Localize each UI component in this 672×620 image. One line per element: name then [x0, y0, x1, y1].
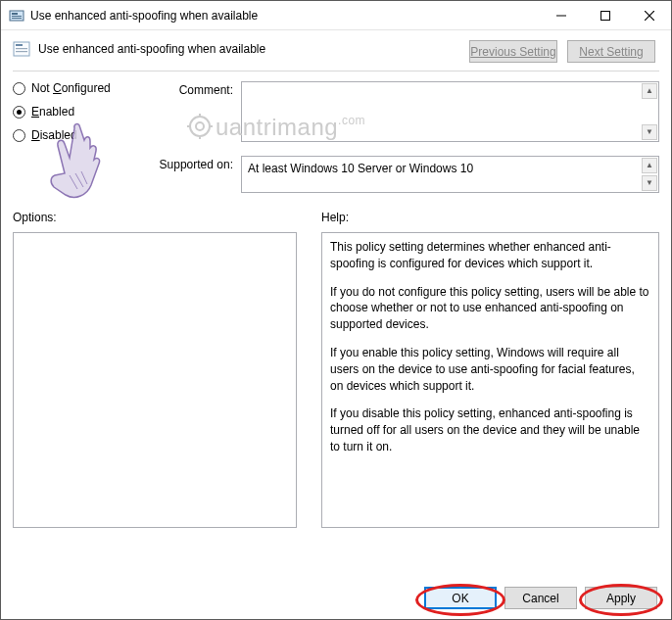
comment-label: Comment:: [155, 81, 233, 142]
app-icon: [9, 8, 24, 24]
svg-rect-5: [600, 11, 609, 20]
help-label: Help:: [321, 211, 659, 224]
help-box: This policy setting determines whether e…: [321, 232, 659, 528]
help-paragraph: If you do not configure this policy sett…: [330, 284, 650, 333]
ok-button[interactable]: OK: [424, 587, 497, 609]
radio-label: Not Configured: [31, 81, 111, 95]
radio-icon: [13, 106, 25, 119]
window-title: Use enhanced anti-spoofing when availabl…: [30, 9, 539, 23]
comment-textarea[interactable]: ▲ ▼: [241, 81, 659, 142]
help-paragraph: If you disable this policy setting, enha…: [330, 405, 650, 454]
svg-rect-1: [12, 13, 18, 15]
radio-icon: [13, 82, 25, 95]
maximize-button[interactable]: [583, 1, 627, 30]
cancel-button[interactable]: Cancel: [504, 587, 577, 609]
policy-icon: [13, 40, 30, 58]
radio-icon: [13, 129, 25, 142]
options-label: Options:: [13, 211, 297, 224]
radio-not-configured[interactable]: Not Configured: [13, 81, 145, 95]
dialog-buttons: OK Cancel Apply: [424, 587, 657, 609]
options-box: [13, 232, 297, 528]
help-paragraph: This policy setting determines whether e…: [330, 239, 650, 272]
svg-rect-3: [12, 18, 22, 19]
scroll-up-icon[interactable]: ▲: [642, 158, 657, 173]
scroll-down-icon[interactable]: ▼: [642, 175, 657, 191]
scroll-down-icon[interactable]: ▼: [642, 124, 657, 140]
svg-rect-11: [16, 51, 27, 52]
svg-rect-10: [16, 48, 27, 49]
apply-button[interactable]: Apply: [585, 587, 657, 609]
svg-rect-9: [16, 44, 23, 46]
close-button[interactable]: [627, 1, 671, 30]
policy-title: Use enhanced anti-spoofing when availabl…: [38, 42, 457, 56]
supported-textarea: At least Windows 10 Server or Windows 10…: [241, 156, 659, 193]
radio-label: Enabled: [31, 105, 74, 119]
radio-label: Disabled: [31, 128, 77, 142]
supported-label: Supported on:: [155, 156, 233, 193]
titlebar: Use enhanced anti-spoofing when availabl…: [1, 1, 671, 30]
radio-disabled[interactable]: Disabled: [13, 128, 145, 142]
divider: [13, 71, 659, 72]
help-paragraph: If you enable this policy setting, Windo…: [330, 345, 650, 394]
next-setting-button[interactable]: Next Setting: [567, 40, 655, 63]
svg-rect-2: [12, 16, 22, 17]
scroll-up-icon[interactable]: ▲: [642, 83, 657, 99]
previous-setting-button[interactable]: Previous Setting: [469, 40, 557, 63]
radio-enabled[interactable]: Enabled: [13, 105, 145, 119]
minimize-button[interactable]: [539, 1, 583, 30]
policy-editor-window: Use enhanced anti-spoofing when availabl…: [0, 0, 672, 620]
